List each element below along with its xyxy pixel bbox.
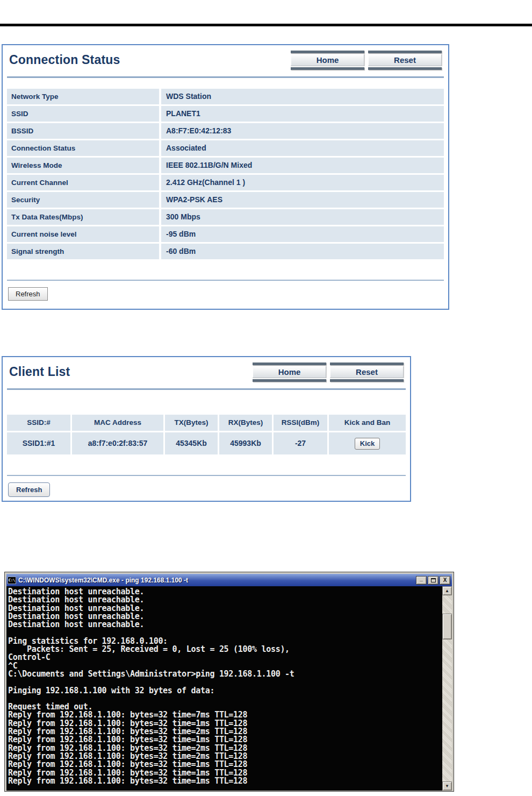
row-value: Associated (161, 140, 444, 156)
page-title: Client List (9, 363, 70, 379)
column-header: Kick and Ban (329, 415, 406, 431)
kick-button[interactable]: Kick (355, 438, 380, 450)
bottom-divider (7, 475, 406, 476)
home-button-label: Home (291, 54, 364, 66)
table-row: Connection StatusAssociated (7, 140, 444, 156)
button-bottom-bar (253, 379, 326, 382)
refresh-button[interactable]: Refresh (8, 287, 48, 301)
table-row: Wireless ModeIEEE 802.11B/G/N Mixed (7, 158, 444, 173)
terminal-line: Reply from 192.168.1.100: bytes=32 time=… (8, 777, 442, 785)
title-divider (7, 388, 406, 390)
connection-status-table: Network TypeWDS StationSSIDPLANET1BSSIDA… (7, 89, 444, 259)
bottom-divider (7, 280, 444, 281)
row-label: SSID (7, 106, 159, 122)
home-button-label: Home (253, 366, 326, 378)
cmd-window: C:\ C:\WINDOWS\system32\CMD.exe - ping 1… (4, 572, 454, 792)
minimize-button[interactable]: _ (416, 576, 427, 585)
kick-cell: Kick (329, 432, 406, 454)
terminal-line: C:\Documents and Settings\Administrator>… (8, 670, 442, 678)
terminal-line: Packets: Sent = 25, Received = 0, Lost =… (8, 645, 442, 653)
title-divider (7, 76, 444, 78)
reset-button-label: Reset (368, 54, 442, 66)
terminal-line: Pinging 192.168.1.100 with 32 bytes of d… (8, 687, 442, 695)
row-label: Wireless Mode (7, 158, 159, 173)
row-value: -60 dBm (161, 244, 444, 259)
client-list-header: Client List Home Reset (3, 357, 410, 382)
header-buttons: Home Reset (291, 51, 442, 70)
button-top-bar (291, 51, 364, 53)
close-button[interactable]: X (440, 576, 450, 585)
connection-status-panel: Connection Status Home Reset Network Typ… (2, 44, 449, 310)
button-top-bar (330, 363, 404, 365)
button-top-bar (368, 51, 442, 53)
page-title: Connection Status (9, 51, 120, 67)
client-rssi: -27 (274, 432, 327, 454)
button-top-bar (253, 363, 326, 365)
client-table-header-row: SSID:#MAC AddressTX(Bytes)RX(Bytes)RSSI(… (7, 415, 406, 431)
header-buttons: Home Reset (253, 363, 404, 382)
row-value: IEEE 802.11B/G/N Mixed (161, 158, 444, 173)
connection-status-header: Connection Status Home Reset (3, 45, 448, 70)
row-value: 2.412 GHz(Channel 1 ) (161, 175, 444, 190)
row-label: Network Type (7, 89, 159, 104)
button-bottom-bar (368, 67, 442, 70)
terminal-line: Control-C (8, 653, 442, 662)
row-label: BSSID (7, 123, 159, 139)
home-button[interactable]: Home (253, 363, 326, 382)
client-table: SSID:#MAC AddressTX(Bytes)RX(Bytes)RSSI(… (7, 415, 406, 454)
table-row: SSID1:#1a8:f7:e0:2f:83:5745345Kb45993Kb-… (7, 432, 406, 454)
cmd-window-title: C:\WINDOWS\system32\CMD.exe - ping 192.1… (18, 577, 415, 584)
scroll-up-icon[interactable]: ▲ (442, 586, 452, 595)
button-bottom-bar (291, 67, 364, 70)
client-table-rows: SSID1:#1a8:f7:e0:2f:83:5745345Kb45993Kb-… (7, 432, 406, 454)
table-row: BSSIDA8:F7:E0:42:12:83 (7, 123, 444, 139)
refresh-button[interactable]: Refresh (8, 482, 50, 497)
table-row: Current noise level-95 dBm (7, 226, 444, 242)
row-value: WDS Station (161, 89, 444, 104)
page-top-rule (0, 24, 532, 26)
table-row: Network TypeWDS Station (7, 89, 444, 104)
button-bottom-bar (330, 379, 404, 382)
client-list-panel: Client List Home Reset SSID:#MAC Address… (2, 356, 411, 502)
row-label: Connection Status (7, 140, 159, 156)
client-ssid: SSID1:#1 (7, 432, 70, 454)
scroll-down-icon[interactable]: ▼ (442, 781, 452, 791)
row-label: Tx Data Rates(Mbps) (7, 209, 159, 225)
row-label: Signal strength (7, 244, 159, 259)
table-row: Current Channel2.412 GHz(Channel 1 ) (7, 175, 444, 190)
row-value: WPA2-PSK AES (161, 192, 444, 208)
maximize-button[interactable] (428, 576, 438, 585)
row-value: 300 Mbps (161, 209, 444, 225)
table-row: Signal strength-60 dBm (7, 244, 444, 259)
reset-button[interactable]: Reset (330, 363, 404, 382)
column-header: SSID:# (7, 415, 70, 431)
scrollbar-thumb[interactable] (442, 614, 452, 639)
home-button[interactable]: Home (291, 51, 364, 70)
vertical-scrollbar[interactable]: ▲ ▼ (442, 586, 452, 791)
row-label: Current Channel (7, 175, 159, 190)
reset-button-label: Reset (330, 366, 404, 378)
row-label: Security (7, 192, 159, 208)
cmd-body: Destination host unreachable.Destination… (6, 586, 452, 791)
terminal-line: Destination host unreachable. (8, 621, 442, 629)
client-tx: 45345Kb (165, 432, 218, 454)
table-row: Tx Data Rates(Mbps)300 Mbps (7, 209, 444, 225)
row-value: PLANET1 (161, 106, 444, 122)
row-value: A8:F7:E0:42:12:83 (161, 123, 444, 139)
table-row: SecurityWPA2-PSK AES (7, 192, 444, 208)
column-header: TX(Bytes) (165, 415, 218, 431)
cmd-titlebar[interactable]: C:\ C:\WINDOWS\system32\CMD.exe - ping 1… (6, 574, 452, 586)
client-rx: 45993Kb (219, 432, 272, 454)
terminal-output: Destination host unreachable.Destination… (6, 586, 442, 791)
column-header: RSSI(dBm) (274, 415, 327, 431)
client-mac: a8:f7:e0:2f:83:57 (72, 432, 163, 454)
row-label: Current noise level (7, 226, 159, 242)
maximize-icon (431, 578, 436, 582)
reset-button[interactable]: Reset (368, 51, 442, 70)
table-row: SSIDPLANET1 (7, 106, 444, 122)
column-header: MAC Address (72, 415, 163, 431)
cmd-icon[interactable]: C:\ (8, 577, 16, 584)
row-value: -95 dBm (161, 226, 444, 242)
column-header: RX(Bytes) (219, 415, 272, 431)
